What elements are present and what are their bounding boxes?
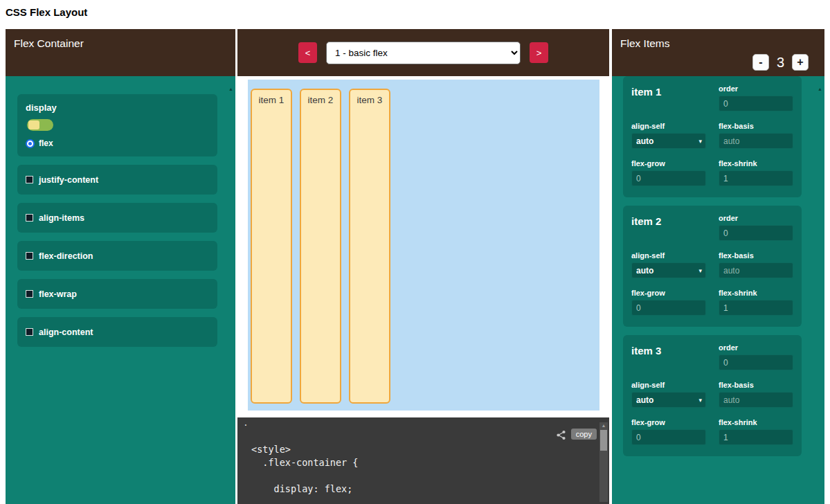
flex-basis-label: flex-basis — [719, 122, 793, 130]
flex-basis-field: flex-basis — [719, 122, 793, 149]
flex-items-header: Flex Items - 3 + — [612, 29, 824, 76]
align-self-select[interactable]: auto — [631, 262, 706, 278]
display-toggle[interactable] — [27, 119, 53, 131]
flex-shrink-field: flex-shrink — [719, 418, 793, 445]
order-input[interactable] — [719, 96, 793, 111]
scroll-up-icon[interactable] — [818, 82, 822, 93]
order-field: order — [719, 84, 793, 111]
page-title: CSS Flex Layout — [6, 6, 87, 18]
copy-button[interactable]: copy — [571, 429, 597, 440]
flex-items-panel: Flex Items - 3 + item 1 order align-self… — [612, 29, 824, 504]
code-scrollbar[interactable] — [599, 422, 608, 502]
align-self-select[interactable]: auto — [631, 133, 706, 149]
flex-items-title: Flex Items — [620, 37, 669, 49]
flex-items-body: item 1 order align-self auto flex-basis … — [612, 76, 824, 504]
flex-container-panel: Flex Container display flex justify-cont… — [6, 29, 235, 504]
item-count: 3 — [777, 55, 784, 71]
flex-grow-label: flex-grow — [631, 289, 706, 297]
align-self-select[interactable]: auto — [631, 392, 706, 408]
next-example-button[interactable]: > — [530, 42, 548, 63]
option-flex-wrap[interactable]: flex-wrap — [17, 279, 217, 309]
flex-grow-field: flex-grow — [631, 289, 706, 316]
item-title: item 3 — [631, 343, 706, 357]
flex-basis-field: flex-basis — [719, 251, 793, 278]
align-self-label: align-self — [631, 251, 706, 260]
align-content-label: align-content — [39, 327, 93, 337]
preview-item-2: item 2 — [300, 89, 341, 404]
align-content-checkbox[interactable] — [26, 328, 33, 336]
code-scrollbar-thumb[interactable] — [600, 430, 607, 451]
flex-radio[interactable] — [26, 139, 35, 148]
flex-grow-label: flex-grow — [631, 159, 706, 168]
flex-shrink-field: flex-shrink — [719, 289, 793, 316]
flex-preview-container: item 1 item 2 item 3 — [248, 80, 599, 411]
scroll-up-icon[interactable] — [228, 82, 233, 93]
item-card-1: item 1 order align-self auto flex-basis … — [623, 76, 802, 197]
code-marker: . — [243, 417, 249, 428]
item-title: item 1 — [631, 84, 706, 98]
option-align-content[interactable]: align-content — [17, 317, 217, 347]
order-field: order — [719, 214, 793, 241]
flex-shrink-label: flex-shrink — [719, 418, 793, 426]
align-self-select-wrap: auto — [631, 392, 706, 408]
example-selector-bar: < 1 - basic flex > — [237, 29, 609, 76]
order-label: order — [719, 343, 793, 352]
item-count-controls: - 3 + — [752, 54, 809, 71]
align-items-checkbox[interactable] — [26, 214, 33, 222]
flex-basis-input[interactable] — [719, 262, 793, 278]
align-self-field: align-self auto — [631, 251, 706, 278]
align-self-select-wrap: auto — [631, 133, 706, 149]
remove-item-button[interactable]: - — [752, 54, 769, 71]
flex-direction-checkbox[interactable] — [26, 252, 33, 260]
option-align-items[interactable]: align-items — [17, 203, 217, 233]
align-self-field: align-self auto — [631, 122, 706, 149]
justify-content-checkbox[interactable] — [26, 176, 33, 183]
example-select[interactable]: 1 - basic flex — [326, 42, 521, 64]
flex-container-header: Flex Container — [6, 29, 235, 76]
flex-basis-input[interactable] — [719, 133, 793, 149]
align-items-label: align-items — [39, 213, 84, 223]
flex-direction-label: flex-direction — [39, 251, 93, 261]
item-card-3: item 3 order align-self auto flex-basis … — [623, 335, 802, 456]
display-label: display — [26, 102, 209, 113]
flex-shrink-label: flex-shrink — [719, 289, 793, 297]
flex-shrink-field: flex-shrink — [719, 159, 793, 186]
flex-grow-input[interactable] — [631, 170, 706, 186]
flex-radio-label: flex — [39, 138, 53, 148]
flex-basis-label: flex-basis — [719, 251, 793, 260]
option-flex-direction[interactable]: flex-direction — [17, 241, 217, 271]
toggle-knob-icon — [28, 120, 39, 129]
align-self-select-wrap: auto — [631, 262, 706, 278]
code-block: . copy <style> .flex-container { display… — [237, 417, 609, 504]
flex-grow-input[interactable] — [631, 300, 706, 316]
flex-container-body: display flex justify-content align-items… — [6, 76, 235, 504]
item-title: item 2 — [631, 214, 706, 227]
align-self-label: align-self — [631, 381, 706, 389]
flex-container-title: Flex Container — [14, 37, 84, 49]
flex-grow-label: flex-grow — [631, 418, 706, 426]
display-flex-radio-row[interactable]: flex — [26, 138, 209, 148]
order-label: order — [719, 214, 793, 222]
generated-css-code: <style> .flex-container { display: flex; — [251, 443, 358, 496]
flex-wrap-checkbox[interactable] — [26, 290, 33, 298]
flex-shrink-input[interactable] — [719, 170, 793, 186]
flex-basis-label: flex-basis — [719, 381, 793, 389]
preview-item-3: item 3 — [349, 89, 390, 404]
option-justify-content[interactable]: justify-content — [17, 165, 217, 195]
share-icon[interactable] — [556, 430, 566, 440]
justify-content-label: justify-content — [39, 175, 98, 185]
flex-grow-input[interactable] — [631, 429, 706, 445]
flex-shrink-input[interactable] — [719, 300, 793, 316]
flex-shrink-input[interactable] — [719, 429, 793, 445]
flex-basis-field: flex-basis — [719, 381, 793, 408]
flex-wrap-label: flex-wrap — [39, 289, 77, 299]
order-input[interactable] — [719, 225, 793, 241]
flex-basis-input[interactable] — [719, 392, 793, 408]
add-item-button[interactable]: + — [792, 54, 809, 71]
flex-shrink-label: flex-shrink — [719, 159, 793, 168]
order-input[interactable] — [719, 354, 793, 370]
order-field: order — [719, 343, 793, 370]
item-card-2: item 2 order align-self auto flex-basis … — [623, 206, 802, 327]
display-card: display flex — [17, 94, 217, 156]
prev-example-button[interactable]: < — [298, 42, 317, 63]
